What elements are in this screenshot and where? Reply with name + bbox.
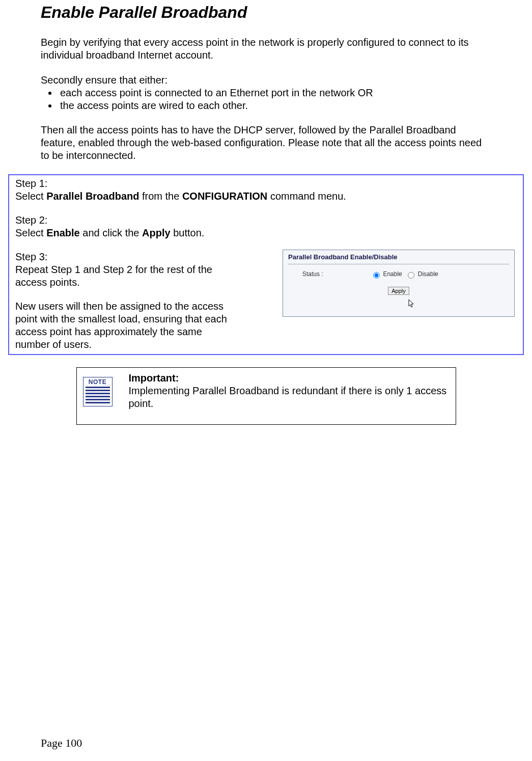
cursor-icon bbox=[408, 299, 415, 310]
enable-label: Enable bbox=[383, 270, 402, 278]
note-text: Important: Implementing Parallel Broadba… bbox=[119, 372, 450, 410]
step-label: Step 1: bbox=[15, 178, 47, 189]
step-3: Step 3: Repeat Step 1 and Step 2 for the… bbox=[15, 251, 239, 289]
status-label: Status : bbox=[302, 270, 323, 278]
intro-lead: Secondly ensure that either: bbox=[41, 74, 491, 87]
step-text: command menu. bbox=[267, 191, 346, 202]
intro-paragraph-1: Begin by verifying that every access poi… bbox=[41, 36, 491, 62]
status-row: Status : Enable Disable bbox=[283, 264, 514, 279]
disable-label: Disable bbox=[418, 270, 438, 278]
bold-text: CONFIGURATION bbox=[182, 191, 267, 202]
step-1: Step 1: Select Parallel Broadband from t… bbox=[15, 177, 517, 203]
parallel-broadband-widget: Parallel Broadband Enable/Disable Status… bbox=[283, 250, 515, 317]
bold-text: Parallel Broadband bbox=[46, 191, 139, 202]
step-2: Step 2: Select Enable and click the Appl… bbox=[15, 214, 239, 239]
step-label: Step 3: bbox=[15, 251, 47, 262]
step-text: from the bbox=[139, 191, 182, 202]
intro-paragraph-3: Then all the access points has to have t… bbox=[41, 124, 491, 162]
closing-paragraph: New users will then be assigned to the a… bbox=[15, 300, 239, 351]
important-label: Important: bbox=[129, 372, 179, 384]
widget-title: Parallel Broadband Enable/Disable bbox=[283, 250, 514, 261]
intro-bullets: each access point is connected to an Eth… bbox=[41, 87, 491, 112]
bold-text: Apply bbox=[142, 227, 171, 238]
list-item: each access point is connected to an Eth… bbox=[58, 87, 491, 99]
step-text: button. bbox=[171, 227, 205, 238]
steps-box: Step 1: Select Parallel Broadband from t… bbox=[8, 174, 524, 355]
note-icon-label: NOTE bbox=[83, 377, 112, 387]
bold-text: Enable bbox=[46, 227, 80, 238]
step-text: Select bbox=[15, 227, 46, 238]
note-box: NOTE Important: Implementing Parallel Br… bbox=[76, 367, 456, 425]
step-label: Step 2: bbox=[15, 214, 47, 226]
enable-radio[interactable] bbox=[373, 272, 380, 279]
page-title: Enable Parallel Broadband bbox=[41, 3, 491, 22]
page-footer: Page 100 bbox=[41, 737, 82, 750]
step-text: Repeat Step 1 and Step 2 for the rest of… bbox=[15, 264, 212, 288]
step-text: Select bbox=[15, 191, 46, 202]
note-body: Implementing Parallel Broadband is redun… bbox=[129, 385, 447, 409]
disable-radio[interactable] bbox=[408, 272, 414, 279]
apply-button[interactable]: Apply bbox=[388, 287, 409, 295]
note-icon: NOTE bbox=[83, 377, 113, 406]
step-text: and click the bbox=[80, 227, 142, 238]
list-item: the access points are wired to each othe… bbox=[58, 99, 491, 112]
